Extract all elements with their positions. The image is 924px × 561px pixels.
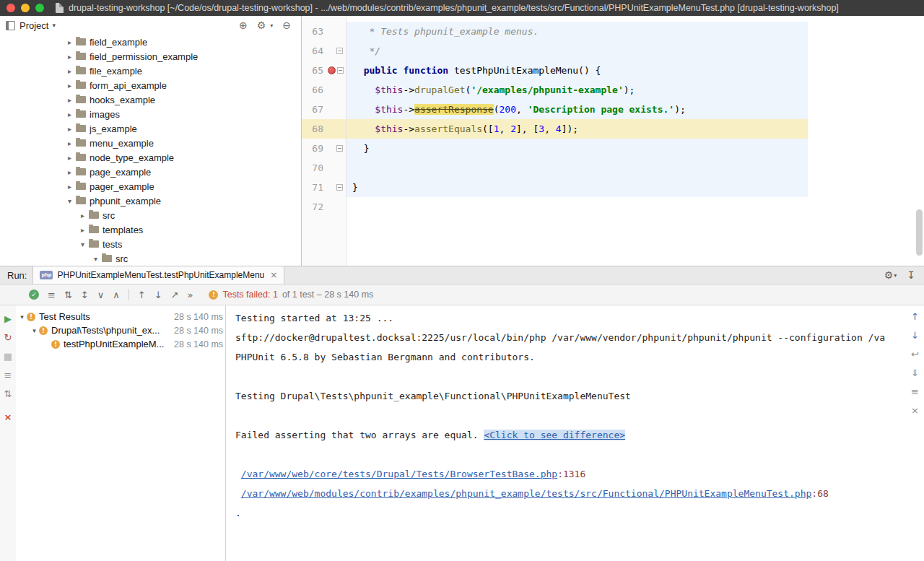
code-line-67[interactable]: $this->assertResponse(200, 'Description … xyxy=(346,100,808,119)
code-line-70[interactable] xyxy=(346,158,808,178)
code-line-68[interactable]: $this->assertEquals([1, 2], [3, 4]); xyxy=(346,119,808,139)
chevron-right-icon[interactable]: ▸ xyxy=(65,67,74,75)
code-line-72[interactable] xyxy=(346,197,808,217)
gutter-line-65[interactable]: 65 xyxy=(302,61,346,80)
gutter-line-66[interactable]: 66 xyxy=(302,80,346,100)
scroll-to-end-button[interactable]: ⇓ xyxy=(911,368,919,378)
run-settings-button[interactable]: ⚙▾ xyxy=(884,269,897,281)
chevron-down-icon[interactable]: ▾ xyxy=(91,255,100,263)
chevron-right-icon[interactable]: ▸ xyxy=(65,139,74,147)
code-line-65[interactable]: public function testPhpUnitExampleMenu()… xyxy=(346,61,808,80)
chevron-right-icon[interactable]: ▸ xyxy=(65,125,74,133)
fold-icon[interactable] xyxy=(336,145,343,152)
project-tree-item-src[interactable]: ▸src xyxy=(0,208,301,222)
close-window-button[interactable] xyxy=(6,4,15,12)
clear-console-button[interactable]: × xyxy=(911,405,919,416)
close-button[interactable]: × xyxy=(4,412,12,422)
code-line-69[interactable]: } xyxy=(346,139,808,158)
editor-scrollbar[interactable] xyxy=(916,209,923,256)
chevron-down-icon[interactable]: ▾ xyxy=(30,327,39,334)
chevron-right-icon[interactable]: ▸ xyxy=(65,82,74,90)
project-tree-item-templates[interactable]: ▸templates xyxy=(0,222,301,237)
close-icon[interactable]: × xyxy=(270,270,277,280)
gutter-line-67[interactable]: 67 xyxy=(302,100,346,119)
show-output-button[interactable]: ≡ xyxy=(48,290,56,300)
chevron-right-icon[interactable]: ▸ xyxy=(65,110,74,118)
code-line-63[interactable]: * Tests phpunit_example menus. xyxy=(346,22,808,41)
project-tree-item-pager_example[interactable]: ▸pager_example xyxy=(0,179,301,193)
fold-icon[interactable] xyxy=(336,48,343,54)
zoom-window-button[interactable] xyxy=(35,4,44,12)
sort-by-duration-button[interactable]: ⇅ xyxy=(64,290,72,300)
gutter-line-68[interactable]: 68 xyxy=(302,119,346,139)
code-line-64[interactable]: */ xyxy=(346,41,808,61)
expand-all-button[interactable]: ∨ xyxy=(97,290,105,300)
chevron-right-icon[interactable]: ▸ xyxy=(65,53,74,61)
project-tree-item-node_type_example[interactable]: ▸node_type_example xyxy=(0,150,301,165)
gutter-line-70[interactable]: 70 xyxy=(302,158,346,178)
prev-occurrence-button[interactable]: ↑ xyxy=(911,311,919,322)
print-button[interactable]: ≡ xyxy=(911,386,919,397)
gutter-line-69[interactable]: 69 xyxy=(302,139,346,158)
chevron-down-icon[interactable]: ▾ xyxy=(52,22,56,29)
more-actions-button[interactable]: » xyxy=(187,290,193,300)
project-settings-button[interactable]: ⚙▾ xyxy=(257,19,274,31)
project-tree-item-js_example[interactable]: ▸js_example xyxy=(0,121,301,136)
chevron-right-icon[interactable]: ▸ xyxy=(65,96,74,104)
chevron-down-icon[interactable]: ▾ xyxy=(78,240,87,248)
project-tree-item-field_example[interactable]: ▸field_example xyxy=(0,35,301,49)
test-tree-item[interactable]: !testPhpUnitExampleM...28 s 140 ms xyxy=(16,337,225,351)
project-tree-item-hooks_example[interactable]: ▸hooks_example xyxy=(0,92,301,107)
project-tree-item-file_example[interactable]: ▸file_example xyxy=(0,64,301,78)
code-line-66[interactable]: $this->drupalGet('/examples/phpunit-exam… xyxy=(346,80,808,100)
console-link[interactable]: /var/www/web/modules/contrib/examples/ph… xyxy=(241,488,812,499)
console-link[interactable]: <Click to see difference> xyxy=(484,430,625,440)
soft-wrap-button[interactable]: ↩ xyxy=(911,349,919,360)
gutter-line-63[interactable]: 63 xyxy=(302,22,346,41)
collapse-all-button[interactable]: ∧ xyxy=(113,290,120,300)
show-passed-button[interactable]: ✓ xyxy=(29,290,39,300)
next-occurrence-button[interactable]: ↓ xyxy=(911,330,919,341)
code-area[interactable]: * Tests phpunit_example menus. */ public… xyxy=(346,16,924,266)
project-tree-item-phpunit_example[interactable]: ▾phpunit_example xyxy=(0,193,301,208)
import-tests-button[interactable]: ⇅ xyxy=(4,389,12,399)
project-tree-item-menu_example[interactable]: ▸menu_example xyxy=(0,136,301,150)
hide-project-panel-button[interactable]: ⊖ xyxy=(282,19,291,31)
fold-icon[interactable] xyxy=(337,67,344,74)
project-tree-item-src[interactable]: ▾src xyxy=(0,251,301,266)
project-tree-item-images[interactable]: ▸images xyxy=(0,107,301,121)
failed-test-gutter-icon[interactable] xyxy=(328,66,336,74)
gutter-line-71[interactable]: 71 xyxy=(302,178,346,197)
run-tab[interactable]: php PHPUnitExampleMenuTest.testPhpUnitEx… xyxy=(32,266,284,284)
code-line-71[interactable]: } xyxy=(346,178,808,197)
open-source-button[interactable]: ↗ xyxy=(171,290,179,300)
project-tree-item-tests[interactable]: ▾tests xyxy=(0,237,301,251)
project-tree-item-page_example[interactable]: ▸page_example xyxy=(0,165,301,179)
chevron-right-icon[interactable]: ▸ xyxy=(65,168,74,176)
test-history-button[interactable]: ≡ xyxy=(4,370,12,380)
chevron-right-icon[interactable]: ▸ xyxy=(78,212,87,219)
project-tree-item-field_permission_example[interactable]: ▸field_permission_example xyxy=(0,49,301,64)
minimize-window-button[interactable] xyxy=(21,4,30,12)
chevron-right-icon[interactable]: ▸ xyxy=(65,38,74,46)
test-tree-item[interactable]: ▾!Drupal\Tests\phpunit_ex...28 s 140 ms xyxy=(16,323,225,337)
test-tree-item[interactable]: ▾!Test Results28 s 140 ms xyxy=(16,310,225,323)
editor[interactable]: 63646566676869707172 * Tests phpunit_exa… xyxy=(302,16,924,266)
hide-run-panel-button[interactable]: ↧ xyxy=(907,269,915,281)
project-tree-item-form_api_example[interactable]: ▸form_api_example xyxy=(0,78,301,92)
locate-file-button[interactable]: ⊕ xyxy=(239,19,248,31)
chevron-right-icon[interactable]: ▸ xyxy=(78,226,87,234)
editor-gutter[interactable]: 63646566676869707172 xyxy=(302,16,346,266)
stop-button[interactable]: ■ xyxy=(4,352,12,362)
rerun-failed-tests-button[interactable]: ↻ xyxy=(4,333,12,343)
chevron-right-icon[interactable]: ▸ xyxy=(65,183,74,191)
run-console[interactable]: Testing started at 13:25 ...sftp://docke… xyxy=(226,305,924,561)
gutter-line-72[interactable]: 72 xyxy=(302,197,346,217)
chevron-right-icon[interactable]: ▸ xyxy=(65,154,74,162)
previous-failed-test-button[interactable]: ↑ xyxy=(138,290,146,300)
gutter-line-64[interactable]: 64 xyxy=(302,41,346,61)
next-failed-test-button[interactable]: ↓ xyxy=(154,290,162,300)
fold-icon[interactable] xyxy=(336,184,343,191)
console-link[interactable]: /var/www/web/core/tests/Drupal/Tests/Bro… xyxy=(241,469,557,479)
rerun-tests-button[interactable]: ▶ xyxy=(4,314,12,324)
